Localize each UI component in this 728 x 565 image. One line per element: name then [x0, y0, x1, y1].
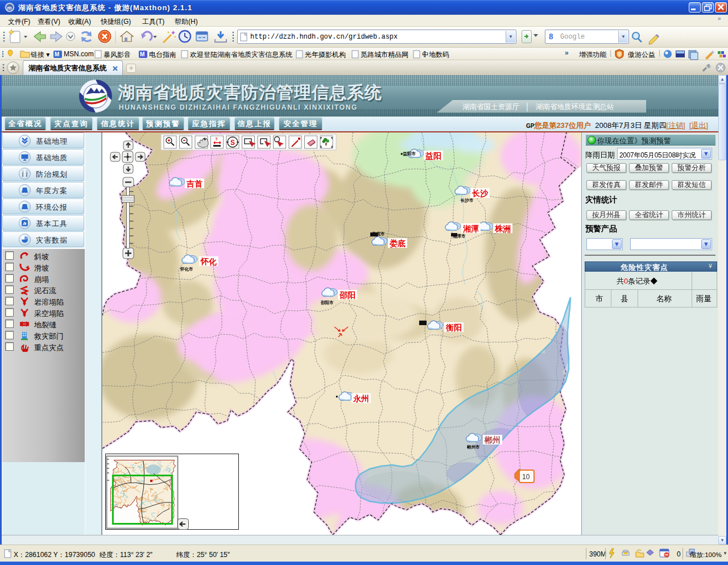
svg-text:郴州: 郴州 [484, 435, 500, 444]
svg-text:娄底: 娄底 [390, 239, 406, 248]
svg-text:M: M [55, 51, 59, 57]
svg-text:●益阳市: ●益阳市 [400, 151, 416, 156]
svg-text:益阳: 益阳 [425, 151, 441, 160]
svg-text:S: S [230, 139, 235, 147]
svg-text:永州: 永州 [353, 394, 369, 403]
svg-text:10: 10 [522, 473, 530, 481]
svg-text:长沙市: 长沙市 [460, 198, 474, 203]
svg-text:衡阳: 衡阳 [445, 323, 462, 332]
svg-text:?: ? [215, 136, 218, 142]
svg-text:吉首: 吉首 [186, 179, 202, 188]
svg-text:●: ● [336, 394, 338, 399]
svg-text:m: m [7, 5, 12, 11]
svg-text:郴州市: 郴州市 [466, 444, 480, 450]
svg-text:株洲: 株洲 [494, 224, 511, 233]
svg-text:长沙: 长沙 [471, 189, 489, 198]
svg-text:邵阳: 邵阳 [339, 290, 355, 300]
svg-text:怀化市: 怀化市 [180, 267, 193, 272]
svg-text:邵阳市: 邵阳市 [320, 300, 334, 305]
svg-text:M: M [140, 51, 144, 57]
svg-text:怀化: 怀化 [200, 257, 217, 266]
svg-text:湘潭: 湘潭 [462, 224, 479, 233]
